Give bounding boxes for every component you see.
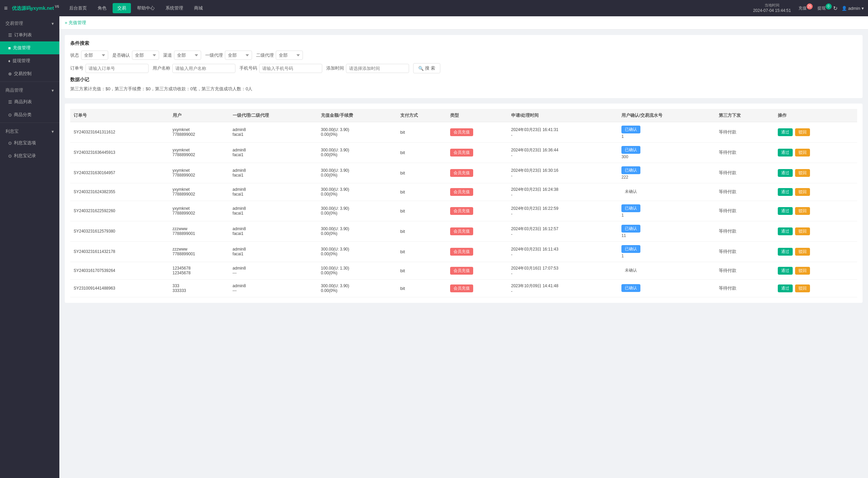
sidebar-group-goods[interactable]: 商品管理 ▾ xyxy=(0,83,59,95)
table-card: 订单号 用户 一级代理/二级代理 充值金额/手续费 支付方式 类型 申请/处理时… xyxy=(65,104,863,303)
search-button[interactable]: 🔍 搜 索 xyxy=(413,63,440,73)
phone-label: 手机号码 xyxy=(239,65,257,71)
confirm-badge: 已确认 xyxy=(621,146,640,154)
cell-actions: 通过 驳回 xyxy=(774,262,857,279)
sidebar-item-interest-record[interactable]: ⊙ 利息宝记录 xyxy=(0,149,59,162)
nav-item-system[interactable]: 系统管理 xyxy=(161,3,188,13)
table-row: SY2403231622592260 yxymknet7788899002 ad… xyxy=(70,201,857,221)
sidebar-group-interest-label: 利息宝 xyxy=(5,128,19,134)
reject-button[interactable]: 驳回 xyxy=(795,207,810,215)
breadcrumb: » 充值管理 xyxy=(59,16,868,30)
sidebar-item-withdraw[interactable]: ♦ 提现管理 xyxy=(0,54,59,67)
confirm-badge: 已确认 xyxy=(621,126,640,133)
cell-third-party: 等待付款 xyxy=(715,183,774,201)
approve-button[interactable]: 通过 xyxy=(778,227,793,235)
sidebar-item-order-list[interactable]: ☰ 订单列表 xyxy=(0,29,59,41)
admin-menu[interactable]: 👤 admin ▾ xyxy=(842,6,864,11)
nav-item-home[interactable]: 后台首页 xyxy=(64,3,92,13)
cell-amount: 300.00(U: 3.90)0.00(0%) xyxy=(317,241,397,262)
sidebar-group-trade[interactable]: 交易管理 ▾ xyxy=(0,16,59,29)
addtime-input[interactable] xyxy=(346,64,409,73)
reject-button[interactable]: 驳回 xyxy=(795,128,810,136)
withdraw-btn[interactable]: 0 提现 xyxy=(814,5,829,11)
sidebar-item-interest-option[interactable]: ⊙ 利息宝选项 xyxy=(0,136,59,149)
type-badge: 会员充值 xyxy=(450,284,473,292)
trade-control-icon: ⊕ xyxy=(8,71,12,76)
sidebar-item-goods-list-label: 商品列表 xyxy=(14,99,32,105)
cell-confirm: 已确认 xyxy=(618,279,715,297)
reject-button[interactable]: 驳回 xyxy=(795,149,810,157)
reject-button[interactable]: 驳回 xyxy=(795,188,810,196)
recharge-btn[interactable]: 25 充值 xyxy=(795,5,810,11)
cell-confirm: 已确认 1 xyxy=(618,201,715,221)
approve-button[interactable]: 通过 xyxy=(778,284,793,292)
approve-button[interactable]: 通过 xyxy=(778,267,793,275)
cell-third-party: 等待付款 xyxy=(715,241,774,262)
sidebar-group-goods-label: 商品管理 xyxy=(5,87,23,93)
username-filter: 用户名称 xyxy=(153,64,235,73)
cell-actions: 通过 驳回 xyxy=(774,163,857,183)
user-icon: 👤 xyxy=(842,6,847,11)
reject-button[interactable]: 驳回 xyxy=(795,248,810,256)
cell-agents: admin8facai1 xyxy=(229,122,318,142)
status-label: 状态 xyxy=(70,52,79,58)
sidebar-item-goods-list[interactable]: ☰ 商品列表 xyxy=(0,95,59,108)
username-input[interactable] xyxy=(172,64,235,73)
reject-button[interactable]: 驳回 xyxy=(795,227,810,235)
sidebar-item-trade-control-label: 交易控制 xyxy=(14,71,32,77)
approve-button[interactable]: 通过 xyxy=(778,128,793,136)
hamburger-icon[interactable]: ≡ xyxy=(4,5,8,12)
refresh-icon[interactable]: ↻ xyxy=(833,5,837,12)
nav-item-trade[interactable]: 交易 xyxy=(113,3,131,13)
confirm-select[interactable]: 全部 xyxy=(132,51,159,60)
sidebar-item-trade-control[interactable]: ⊕ 交易控制 xyxy=(0,67,59,80)
stats-text: 第三方累计充值：$0，第三方手续费：$0，第三方成功收款：0笔，第三方充值成功人… xyxy=(70,86,857,93)
cell-amount: 300.00(U: 3.90)0.00(0%) xyxy=(317,279,397,297)
cell-type: 会员充值 xyxy=(447,221,508,241)
cell-time: 2024年03月23日 16:36:44- xyxy=(508,142,618,163)
chevron-down-icon-interest: ▾ xyxy=(52,129,54,134)
cell-payment: bit xyxy=(397,201,447,221)
cell-agents: admin8facai1 xyxy=(229,142,318,163)
filter-title: 条件搜索 xyxy=(70,40,857,47)
interest-record-icon: ⊙ xyxy=(8,153,12,159)
type-badge: 会员充值 xyxy=(450,128,473,136)
nav-item-help[interactable]: 帮助中心 xyxy=(132,3,159,13)
cell-type: 会员充值 xyxy=(447,142,508,163)
cell-time: 2024年03月23日 16:12:57- xyxy=(508,221,618,241)
approve-button[interactable]: 通过 xyxy=(778,207,793,215)
status-select[interactable]: 全部 xyxy=(81,51,108,60)
approve-button[interactable]: 通过 xyxy=(778,248,793,256)
agent2-select[interactable]: 全部 xyxy=(276,51,303,60)
approve-button[interactable]: 通过 xyxy=(778,169,793,177)
col-payment: 支付方式 xyxy=(397,109,447,122)
order-input[interactable] xyxy=(85,64,149,73)
cell-third-party: 等待付款 xyxy=(715,163,774,183)
sidebar-item-recharge[interactable]: ■ 充值管理 xyxy=(0,41,59,54)
sidebar-item-interest-record-label: 利息宝记录 xyxy=(14,153,36,159)
app-logo: 优选源码yxymk.net V6 xyxy=(12,5,59,12)
cell-time: 2024年03月23日 16:11:43- xyxy=(508,241,618,262)
sidebar-item-order-list-label: 订单列表 xyxy=(14,32,32,38)
addtime-label: 添加时间 xyxy=(326,65,344,71)
cell-confirm: 已确认 11 xyxy=(618,221,715,241)
approve-button[interactable]: 通过 xyxy=(778,149,793,157)
reject-button[interactable]: 驳回 xyxy=(795,169,810,177)
reject-button[interactable]: 驳回 xyxy=(795,284,810,292)
channel-filter: 渠道 全部 xyxy=(163,51,201,60)
cell-third-party: 等待付款 xyxy=(715,201,774,221)
stats-title: 数据小记 xyxy=(70,77,857,83)
nav-item-roles[interactable]: 角色 xyxy=(93,3,111,13)
type-badge: 会员充值 xyxy=(450,248,473,256)
agent1-select[interactable]: 全部 xyxy=(225,51,252,60)
agent1-filter: 一级代理 全部 xyxy=(205,51,252,60)
phone-input[interactable] xyxy=(259,64,322,73)
channel-select[interactable]: 全部 xyxy=(174,51,201,60)
cell-user: yxymknet7788899002 xyxy=(169,122,229,142)
nav-item-shop[interactable]: 商城 xyxy=(189,3,208,13)
reject-button[interactable]: 驳回 xyxy=(795,267,810,275)
sidebar-group-interest[interactable]: 利息宝 ▾ xyxy=(0,124,59,136)
approve-button[interactable]: 通过 xyxy=(778,188,793,196)
sidebar-item-goods-category[interactable]: ⊙ 商品分类 xyxy=(0,108,59,121)
cell-type: 会员充值 xyxy=(447,279,508,297)
